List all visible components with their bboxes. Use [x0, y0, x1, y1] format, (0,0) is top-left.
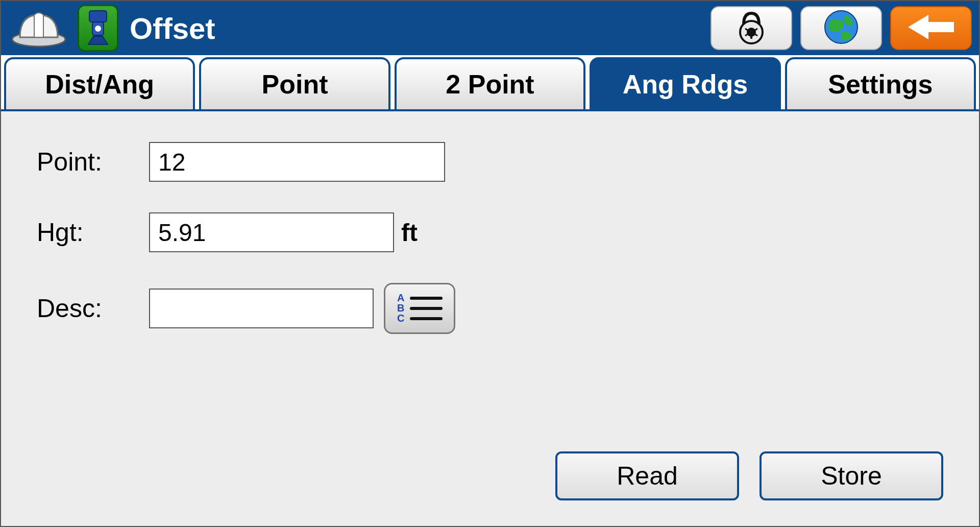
tab-label: Dist/Ang — [45, 69, 154, 100]
form-area: Point: Hgt: ft Desc: A B C Read — [1, 111, 979, 526]
desc-list-button[interactable]: A B C — [384, 283, 455, 334]
tab-label: Settings — [828, 69, 933, 100]
list-icon: A B C — [394, 291, 445, 326]
hgt-input[interactable] — [149, 212, 394, 252]
tab-point[interactable]: Point — [199, 57, 390, 109]
lock-icon — [733, 9, 769, 47]
store-button[interactable]: Store — [760, 451, 943, 500]
lock-button[interactable] — [710, 6, 792, 50]
tab-dist-ang[interactable]: Dist/Ang — [4, 57, 195, 109]
tab-bar: Dist/Ang Point 2 Point Ang Rdgs Settings — [1, 55, 979, 111]
desc-label: Desc: — [37, 294, 149, 323]
hgt-label: Hgt: — [37, 218, 149, 247]
desc-input[interactable] — [149, 289, 374, 328]
tab-settings[interactable]: Settings — [785, 57, 976, 109]
svg-text:C: C — [397, 313, 404, 324]
button-label: Store — [821, 461, 882, 491]
svg-text:B: B — [397, 302, 404, 314]
tab-label: Ang Rdgs — [623, 69, 748, 100]
row-point: Point: — [37, 142, 943, 182]
action-buttons: Read Store — [555, 451, 943, 500]
read-button[interactable]: Read — [555, 451, 739, 500]
hgt-unit: ft — [401, 219, 418, 247]
globe-icon — [822, 8, 860, 48]
svg-point-3 — [95, 26, 101, 32]
button-label: Read — [617, 461, 678, 491]
hardhat-icon — [8, 6, 69, 50]
svg-text:A: A — [397, 292, 404, 303]
instrument-status-button[interactable] — [78, 5, 118, 52]
point-label: Point: — [37, 147, 149, 177]
row-hgt: Hgt: ft — [37, 212, 943, 252]
title-bar: Offset — [1, 1, 979, 55]
tab-label: 2 Point — [446, 69, 534, 100]
svg-rect-1 — [89, 11, 107, 22]
world-button[interactable] — [800, 6, 882, 50]
back-arrow-icon — [903, 12, 959, 44]
screen-title: Offset — [130, 11, 215, 45]
tab-2-point[interactable]: 2 Point — [395, 57, 585, 109]
tab-label: Point — [262, 69, 328, 100]
tab-ang-rdgs[interactable]: Ang Rdgs — [590, 57, 780, 109]
row-desc: Desc: A B C — [37, 283, 943, 334]
point-input[interactable] — [149, 142, 445, 182]
svg-rect-6 — [750, 32, 752, 39]
back-button[interactable] — [890, 6, 972, 50]
